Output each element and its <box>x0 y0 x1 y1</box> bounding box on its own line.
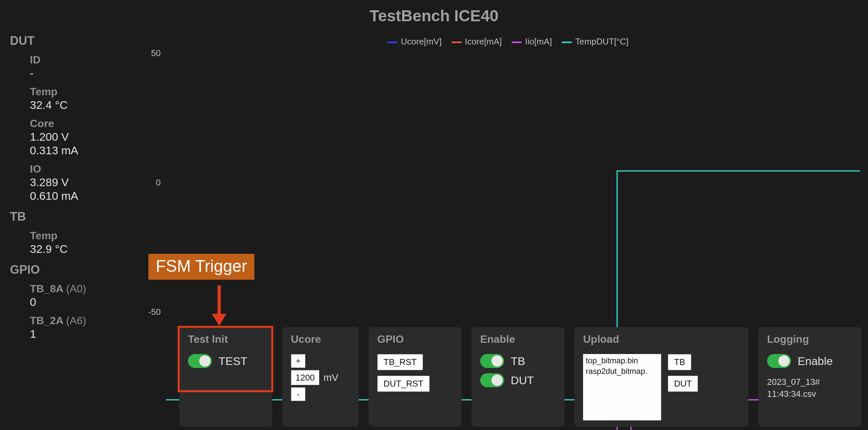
ytick-50: 50 <box>151 48 161 58</box>
dut-temp-label: Temp <box>30 86 133 98</box>
chart-plot[interactable]: 50 0 -50 <box>166 53 860 312</box>
toggle-enable-dut[interactable] <box>480 373 504 387</box>
tb-section-title: TB <box>10 210 133 224</box>
card-test-init-title: Test Init <box>188 333 264 345</box>
upload-dut-button[interactable]: DUT <box>668 375 698 392</box>
dut-id-value: - <box>30 67 133 79</box>
tb-temp-value: 32.9 °C <box>30 242 133 256</box>
toggle-enable-tb[interactable] <box>480 354 504 368</box>
upload-tb-button[interactable]: TB <box>668 354 691 370</box>
gpio-pin0-label: TB_8A (A0) <box>30 283 133 295</box>
toggle-logging-label: Enable <box>798 355 833 368</box>
sidebar: DUT ID - Temp 32.4 °C Core 1.200 V 0.313… <box>10 27 133 340</box>
card-enable-title: Enable <box>480 333 556 345</box>
card-logging-title: Logging <box>767 333 853 345</box>
toggle-test-label: TEST <box>218 355 247 368</box>
toggle-enable-dut-label: DUT <box>511 374 534 387</box>
card-ucore: Ucore + mV - <box>282 327 359 427</box>
card-test-init: Test Init TEST <box>179 327 272 427</box>
gpio-pin0-value: 0 <box>30 296 133 308</box>
gpio-pin1-value: 1 <box>30 328 133 340</box>
chart-legend[interactable]: Ucore[mV]Icore[mA]Iio[mA]TempDUT[°C] <box>146 36 860 47</box>
dut-core-voltage: 1.200 V <box>30 130 133 143</box>
dut-core-label: Core <box>30 118 133 130</box>
card-gpio: GPIO TB_RST DUT_RST <box>369 327 462 427</box>
dut-io-label: IO <box>30 163 133 175</box>
card-ucore-title: Ucore <box>291 333 350 345</box>
card-upload-title: Upload <box>583 333 740 345</box>
ytick-0: 0 <box>156 177 161 188</box>
ucore-value-input[interactable] <box>291 370 319 385</box>
dut-id-label: ID <box>30 54 133 66</box>
ucore-increment-button[interactable]: + <box>291 354 306 368</box>
dut-io-current: 0.610 mA <box>30 190 133 202</box>
card-upload: Upload top_bitmap.binrasp2dut_bitmap. TB… <box>575 327 748 427</box>
card-enable: Enable TB DUT <box>471 327 564 427</box>
dut-io-voltage: 3.289 V <box>30 176 133 189</box>
logging-filename: 2023_07_13# 11:43:34.csv <box>767 376 853 400</box>
ytick-neg50: -50 <box>148 307 161 317</box>
dut-temp-value: 32.4 °C <box>30 99 133 111</box>
ucore-unit-label: mV <box>323 372 338 383</box>
card-logging: Logging Enable 2023_07_13# 11:43:34.csv <box>758 327 861 427</box>
annotation-arrow-icon <box>217 285 221 318</box>
upload-file-list[interactable]: top_bitmap.binrasp2dut_bitmap. <box>583 354 661 420</box>
dut-section-title: DUT <box>10 34 133 48</box>
page-title: TestBench ICE40 <box>0 7 868 25</box>
toggle-test[interactable] <box>188 354 212 368</box>
ucore-decrement-button[interactable]: - <box>291 387 306 401</box>
dut-rst-button[interactable]: DUT_RST <box>377 375 430 392</box>
toggle-enable-tb-label: TB <box>511 355 525 368</box>
card-gpio-title: GPIO <box>377 333 453 345</box>
annotation-label: FSM Trigger <box>149 254 254 280</box>
dut-core-current: 0.313 mA <box>30 144 133 157</box>
gpio-section-title: GPIO <box>10 263 133 277</box>
tb-rst-button[interactable]: TB_RST <box>377 354 423 370</box>
control-cards-row: Test Init TEST Ucore + mV - GPIO TB_RST … <box>179 327 861 427</box>
gpio-pin1-label: TB_2A (A6) <box>30 315 133 327</box>
tb-temp-label: Temp <box>30 230 133 242</box>
toggle-logging[interactable] <box>767 354 791 368</box>
